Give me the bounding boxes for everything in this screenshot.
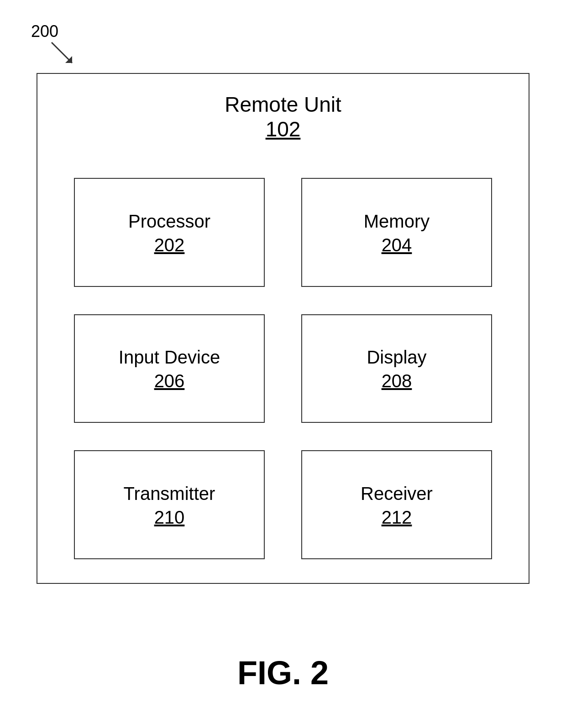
component-number-206: 206 (154, 371, 185, 391)
component-number-208: 208 (382, 371, 412, 391)
component-box-206: Input Device206 (74, 314, 265, 423)
remote-unit-number: 102 (37, 117, 529, 141)
component-name-208: Display (367, 345, 426, 369)
component-name-204: Memory (364, 209, 430, 233)
component-box-210: Transmitter210 (74, 450, 265, 559)
component-name-202: Processor (128, 209, 210, 233)
figure-label: FIG. 2 (0, 654, 566, 692)
component-name-206: Input Device (119, 345, 220, 369)
remote-unit-title: Remote Unit (37, 92, 529, 117)
component-number-212: 212 (382, 507, 412, 528)
page-container: 200 Remote Unit 102 Processor202Memory20… (0, 0, 566, 728)
remote-unit-box: Remote Unit 102 Processor202Memory204Inp… (37, 73, 529, 584)
ref-number-label: 200 (31, 22, 58, 41)
component-box-202: Processor202 (74, 178, 265, 287)
component-number-204: 204 (382, 235, 412, 255)
component-box-204: Memory204 (301, 178, 492, 287)
component-number-202: 202 (154, 235, 185, 255)
component-box-212: Receiver212 (301, 450, 492, 559)
arrow-indicator (49, 40, 77, 68)
components-grid: Processor202Memory204Input Device206Disp… (37, 151, 529, 587)
component-number-210: 210 (154, 507, 185, 528)
component-name-210: Transmitter (124, 482, 215, 505)
component-box-208: Display208 (301, 314, 492, 423)
component-name-212: Receiver (361, 482, 433, 505)
